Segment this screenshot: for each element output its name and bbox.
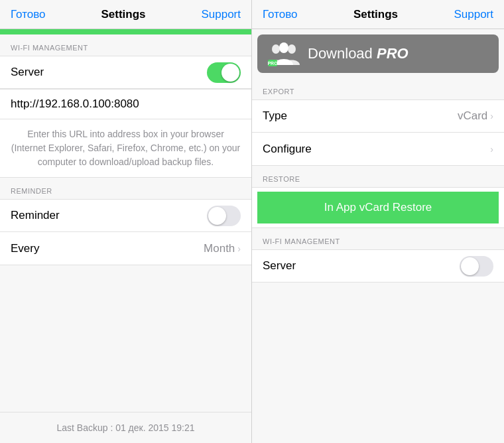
server-row: Server — [0, 56, 251, 89]
right-panel: Готово Settings Support PRO Download PRO… — [252, 0, 504, 443]
right-nav-title: Settings — [353, 8, 398, 21]
restore-button[interactable]: In App vCard Restore — [257, 192, 499, 223]
configure-row[interactable]: Configure › — [252, 133, 504, 166]
every-chevron-icon: › — [237, 243, 241, 254]
url-text: http://192.168.0.100:8080 — [11, 97, 139, 110]
right-support-button[interactable]: Support — [454, 8, 493, 21]
type-row[interactable]: Type vCard › — [252, 99, 504, 133]
svg-text:PRO: PRO — [268, 61, 278, 66]
type-value: vCard › — [458, 109, 493, 123]
right-done-button[interactable]: Готово — [263, 8, 298, 21]
reminder-toggle[interactable] — [207, 206, 241, 226]
right-server-toggle[interactable] — [460, 256, 493, 277]
left-done-button[interactable]: Готово — [11, 8, 46, 21]
left-support-button[interactable]: Support — [201, 8, 241, 21]
right-nav-bar: Готово Settings Support — [252, 0, 504, 29]
reminder-row: Reminder — [0, 199, 251, 232]
export-section-label: EXPORT — [252, 78, 504, 99]
configure-label: Configure — [263, 143, 312, 156]
reminder-section-label: REMINDER — [0, 178, 251, 199]
every-value: Month › — [204, 242, 241, 255]
left-panel: Готово Settings Support WI-FI MANAGEMENT… — [0, 0, 252, 443]
pro-banner[interactable]: PRO Download PRO — [257, 34, 499, 73]
last-backup: Last Backup : 01 дек. 2015 19:21 — [0, 412, 251, 443]
url-row: http://192.168.0.100:8080 — [0, 89, 251, 119]
left-nav-bar: Готово Settings Support — [0, 0, 251, 29]
restore-section-label: RESTORE — [252, 166, 504, 187]
reminder-label: Reminder — [11, 209, 60, 222]
pro-icon: PRO — [268, 41, 300, 66]
every-row[interactable]: Every Month › — [0, 232, 251, 265]
info-text: Enter this URL into address box in your … — [11, 129, 240, 167]
type-chevron-icon: › — [490, 111, 493, 121]
info-row: Enter this URL into address box in your … — [0, 119, 251, 178]
svg-point-1 — [288, 44, 296, 54]
right-server-label: Server — [263, 259, 296, 273]
pro-text: Download PRO — [308, 45, 409, 62]
server-toggle[interactable] — [207, 62, 241, 83]
type-label: Type — [263, 109, 287, 123]
svg-point-2 — [279, 42, 288, 53]
wifi-section-label: WI-FI MANAGEMENT — [0, 34, 251, 56]
last-backup-text: Last Backup : 01 дек. 2015 19:21 — [56, 422, 194, 433]
right-wifi-section-label: WI-FI MANAGEMENT — [252, 228, 504, 249]
svg-point-0 — [272, 44, 280, 54]
right-server-row: Server — [252, 249, 504, 283]
green-bar — [0, 29, 251, 34]
server-label: Server — [11, 66, 44, 79]
left-nav-title: Settings — [101, 8, 145, 21]
every-label: Every — [11, 242, 39, 255]
restore-row: In App vCard Restore — [252, 187, 504, 228]
configure-chevron-icon: › — [490, 144, 493, 155]
